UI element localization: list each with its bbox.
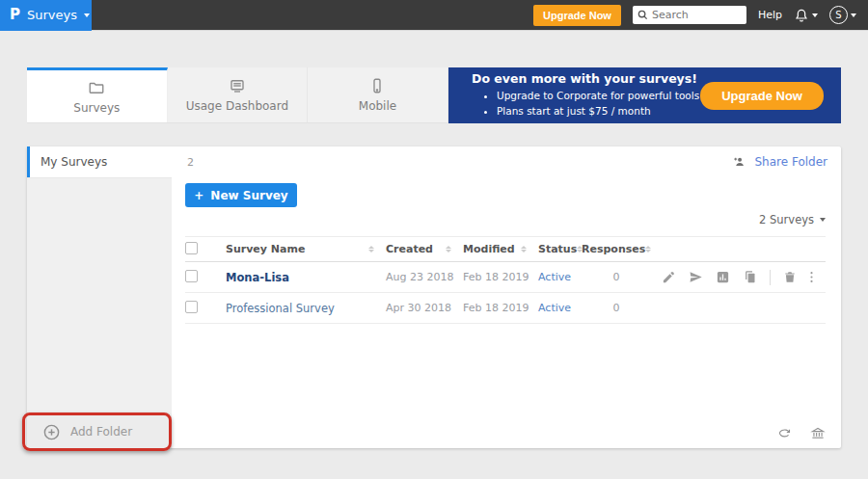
search-input[interactable]	[652, 9, 739, 21]
folder-list: Add Folder	[27, 177, 172, 448]
tab-label: Surveys	[73, 101, 120, 115]
folder-title[interactable]: My Surveys	[30, 155, 107, 169]
survey-list-area: + New Survey 2 Surveys Survey Name	[172, 177, 841, 448]
dashboard-icon	[228, 77, 247, 94]
folder-utility-icons	[776, 426, 826, 440]
edit-icon[interactable]	[662, 270, 676, 284]
add-folder-plus-icon	[42, 423, 61, 441]
tab-surveys[interactable]: Surveys	[27, 67, 168, 122]
notifications-button[interactable]	[794, 8, 818, 23]
status-badge[interactable]: Active	[538, 302, 571, 314]
folder-icon	[87, 79, 106, 96]
table-row: Professional Survey Apr 30 2018 Feb 18 2…	[185, 293, 826, 324]
sort-icon[interactable]	[521, 246, 527, 253]
survey-name-link[interactable]: Mona-Lisa	[226, 271, 289, 284]
row-actions	[651, 270, 826, 285]
avatar: S	[829, 6, 848, 24]
modified-date: Feb 18 2019	[463, 302, 538, 314]
add-folder-label: Add Folder	[70, 425, 132, 439]
upgrade-banner: Do even more with your surveys! Upgrade …	[448, 67, 841, 123]
banner-upgrade-button[interactable]: Upgrade Now	[700, 82, 824, 110]
top-bar: P Surveys Upgrade Now Help S	[0, 0, 868, 31]
chevron-down-icon	[851, 13, 856, 17]
column-header-created[interactable]: Created	[386, 243, 463, 255]
new-survey-label: New Survey	[210, 189, 287, 202]
product-menu-label: Surveys	[27, 8, 77, 22]
upgrade-now-button[interactable]: Upgrade Now	[533, 5, 621, 26]
actions-divider	[770, 270, 771, 285]
survey-name-link[interactable]: Professional Survey	[226, 302, 335, 315]
tab-label: Mobile	[359, 99, 396, 113]
column-header-survey-name[interactable]: Survey Name	[226, 243, 386, 255]
column-header-responses[interactable]: Responses	[582, 243, 651, 255]
banner-title: Do even more with your surveys!	[472, 71, 699, 86]
surveys-panel: My Surveys 2 Share Folder Add Folder +	[27, 146, 841, 448]
row-checkbox[interactable]	[185, 270, 198, 282]
surveys-count-label: 2 Surveys	[759, 213, 814, 226]
help-link[interactable]: Help	[758, 9, 782, 21]
copy-icon[interactable]	[743, 270, 757, 284]
product-menu[interactable]: P Surveys	[0, 0, 92, 31]
responses-count: 0	[582, 302, 651, 314]
brand-logo-icon: P	[10, 8, 20, 22]
survey-bank-icon[interactable]	[810, 426, 826, 440]
surveys-count-dropdown[interactable]: 2 Surveys	[759, 213, 826, 226]
sort-icon[interactable]	[368, 246, 374, 253]
folder-survey-count: 2	[187, 156, 194, 169]
share-folder-icon	[731, 155, 747, 169]
module-tabs: Surveys Usage Dashboard Mobile	[27, 67, 448, 123]
plus-icon: +	[194, 189, 203, 202]
app-window: P Surveys Upgrade Now Help S	[0, 0, 868, 479]
banner-bullet: Plans start at just $75 / month	[497, 104, 699, 120]
chevron-down-icon	[812, 13, 818, 17]
surveys-table: Survey Name Created Modified Status	[185, 236, 826, 324]
created-date: Aug 23 2018	[386, 271, 463, 283]
bell-icon	[794, 8, 809, 23]
folder-header: My Surveys 2 Share Folder	[27, 146, 841, 177]
folder-list-empty-area	[27, 177, 172, 415]
share-folder-button[interactable]: Share Folder	[731, 155, 841, 169]
chevron-down-icon	[84, 13, 90, 17]
select-all-checkbox[interactable]	[185, 242, 198, 254]
column-header-status[interactable]: Status	[538, 243, 582, 255]
report-icon[interactable]	[716, 270, 730, 284]
search-box[interactable]	[633, 6, 746, 24]
tab-label: Usage Dashboard	[186, 99, 288, 113]
row-checkbox[interactable]	[185, 301, 198, 313]
more-icon[interactable]	[809, 270, 814, 284]
tab-mobile[interactable]: Mobile	[308, 67, 448, 122]
table-header-row: Survey Name Created Modified Status	[185, 236, 826, 262]
add-folder-button[interactable]: Add Folder	[27, 415, 172, 448]
chevron-down-icon	[820, 218, 826, 222]
status-badge[interactable]: Active	[538, 271, 571, 283]
sort-icon[interactable]	[645, 246, 651, 253]
responses-count: 0	[582, 271, 651, 283]
restore-icon[interactable]	[776, 426, 793, 440]
column-header-modified[interactable]: Modified	[463, 243, 538, 255]
sort-icon[interactable]	[446, 246, 451, 253]
created-date: Apr 30 2018	[386, 302, 463, 314]
table-row: Mona-Lisa Aug 23 2018 Feb 18 2019 Active…	[185, 262, 826, 293]
mobile-icon	[367, 77, 387, 94]
send-icon[interactable]	[689, 270, 703, 284]
delete-icon[interactable]	[783, 270, 797, 284]
banner-bullet: Upgrade to Corporate for powerful tools	[497, 89, 699, 104]
search-icon	[637, 10, 648, 20]
modified-date: Feb 18 2019	[463, 271, 538, 283]
tab-usage-dashboard[interactable]: Usage Dashboard	[168, 67, 309, 122]
account-menu[interactable]: S	[829, 6, 856, 24]
share-folder-label: Share Folder	[754, 155, 827, 169]
new-survey-button[interactable]: + New Survey	[185, 183, 297, 207]
